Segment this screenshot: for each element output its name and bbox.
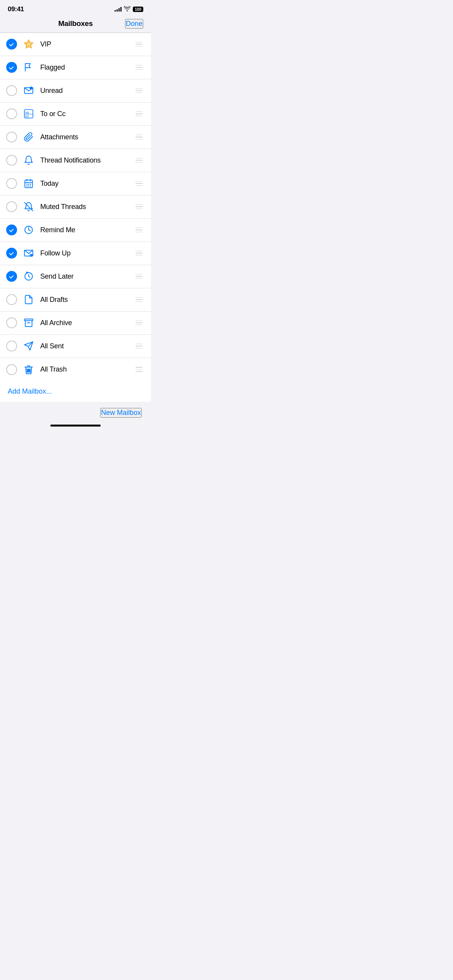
all-trash-checkbox[interactable]	[6, 364, 17, 375]
list-item[interactable]: Attachments	[0, 126, 151, 149]
drag-handle[interactable]	[133, 365, 145, 374]
draft-icon	[22, 293, 35, 306]
battery-icon: 100	[133, 7, 143, 12]
clock-icon	[22, 224, 35, 236]
all-archive-checkbox[interactable]	[6, 317, 17, 328]
drag-handle[interactable]	[133, 86, 145, 96]
sent-icon	[22, 340, 35, 352]
calendar-icon	[22, 177, 35, 190]
follow-up-checkbox[interactable]	[6, 248, 17, 259]
drag-handle[interactable]	[133, 248, 145, 258]
all-trash-label: All Trash	[40, 365, 133, 373]
drag-handle[interactable]	[133, 318, 145, 328]
flagged-checkbox[interactable]	[6, 62, 17, 73]
tocc-checkbox[interactable]	[6, 108, 17, 119]
home-indicator	[0, 421, 151, 430]
unread-icon	[22, 84, 35, 97]
all-drafts-label: All Drafts	[40, 296, 133, 304]
all-drafts-checkbox[interactable]	[6, 294, 17, 305]
drag-handle[interactable]	[133, 156, 145, 165]
drag-handle[interactable]	[133, 109, 145, 119]
bottom-bar: New Mailbox	[0, 402, 151, 421]
list-item[interactable]: ! Follow Up	[0, 242, 151, 265]
attachment-icon	[22, 131, 35, 143]
archive-icon	[22, 317, 35, 329]
attachments-label: Attachments	[40, 133, 133, 141]
drag-handle[interactable]	[133, 202, 145, 212]
list-item[interactable]: All Archive	[0, 312, 151, 335]
wifi-icon	[124, 6, 130, 12]
vip-label: VIP	[40, 40, 133, 48]
drag-handle[interactable]	[133, 341, 145, 351]
bell-icon	[22, 154, 35, 166]
list-item[interactable]: Remind Me	[0, 219, 151, 242]
drag-handle[interactable]	[133, 132, 145, 142]
today-checkbox[interactable]	[6, 178, 17, 189]
send-later-icon	[22, 270, 35, 283]
drag-handle[interactable]	[133, 295, 145, 305]
add-mailbox-section: Add Mailbox...	[0, 381, 151, 402]
list-item[interactable]: Today	[0, 172, 151, 195]
attachments-checkbox[interactable]	[6, 132, 17, 142]
nav-bar: Mailboxes Done	[0, 16, 151, 33]
star-icon	[22, 38, 35, 50]
remind-me-checkbox[interactable]	[6, 224, 17, 235]
drag-handle[interactable]	[133, 39, 145, 49]
page-title: Mailboxes	[58, 19, 93, 28]
list-item[interactable]: All Trash	[0, 358, 151, 381]
follow-up-label: Follow Up	[40, 249, 133, 257]
svg-line-29	[27, 368, 27, 372]
done-button[interactable]: Done	[125, 19, 143, 29]
svg-line-31	[30, 368, 31, 372]
vip-checkbox[interactable]	[6, 39, 17, 50]
home-bar	[50, 425, 101, 427]
list-item[interactable]: Thread Notifications	[0, 149, 151, 172]
unread-checkbox[interactable]	[6, 85, 17, 96]
list-item[interactable]: All Sent	[0, 335, 151, 358]
trash-icon	[22, 363, 35, 376]
unread-label: Unread	[40, 87, 133, 95]
tocc-icon: TO CC	[22, 108, 35, 120]
thread-notifications-label: Thread Notifications	[40, 156, 133, 164]
status-bar: 09:41 100	[0, 0, 151, 16]
send-later-label: Send Later	[40, 272, 133, 281]
list-item[interactable]: TO CC To or Cc	[0, 103, 151, 126]
remind-me-label: Remind Me	[40, 226, 133, 234]
list-item[interactable]: Flagged	[0, 56, 151, 79]
new-mailbox-button[interactable]: New Mailbox	[100, 408, 142, 418]
muted-threads-checkbox[interactable]	[6, 201, 17, 212]
svg-rect-25	[24, 319, 33, 320]
mailbox-list: VIP Flagged Unread	[0, 33, 151, 381]
list-item[interactable]: Muted Threads	[0, 195, 151, 219]
send-later-checkbox[interactable]	[6, 271, 17, 282]
list-item[interactable]: Send Later	[0, 265, 151, 288]
tocc-label: To or Cc	[40, 110, 133, 118]
muted-threads-label: Muted Threads	[40, 203, 133, 211]
all-archive-label: All Archive	[40, 319, 133, 327]
thread-notifications-checkbox[interactable]	[6, 155, 17, 166]
add-mailbox-button[interactable]: Add Mailbox...	[8, 387, 52, 395]
status-icons: 100	[115, 6, 143, 12]
svg-text:CC: CC	[25, 115, 29, 118]
status-time: 09:41	[8, 5, 24, 13]
all-sent-label: All Sent	[40, 342, 133, 350]
all-sent-checkbox[interactable]	[6, 341, 17, 351]
svg-text:!: !	[31, 254, 31, 256]
drag-handle[interactable]	[133, 272, 145, 281]
list-item[interactable]: All Drafts	[0, 288, 151, 312]
list-item[interactable]: Unread	[0, 79, 151, 103]
drag-handle[interactable]	[133, 63, 145, 72]
svg-marker-0	[24, 40, 33, 48]
follow-up-icon: !	[22, 247, 35, 259]
drag-handle[interactable]	[133, 179, 145, 188]
drag-handle[interactable]	[133, 225, 145, 235]
signal-icon	[115, 7, 122, 12]
muted-bell-icon	[22, 200, 35, 213]
svg-text:TO: TO	[25, 111, 29, 114]
list-item[interactable]: VIP	[0, 33, 151, 56]
svg-point-2	[30, 87, 33, 90]
flag-icon	[22, 61, 35, 74]
flagged-label: Flagged	[40, 63, 133, 72]
today-label: Today	[40, 180, 133, 188]
